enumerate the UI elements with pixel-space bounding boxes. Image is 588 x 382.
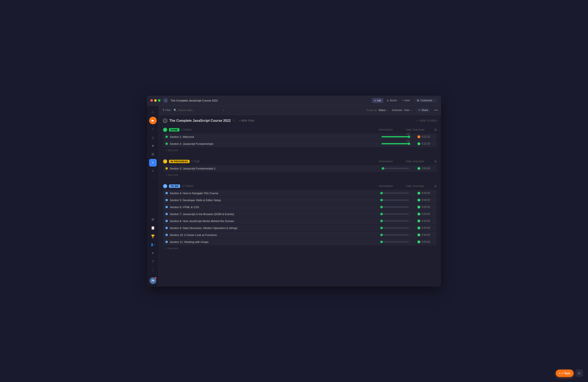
section-header-done: ✓ DONE 2 TASKS PROGRESS TIME TRACKED ⊕ bbox=[163, 126, 437, 133]
progress-fill bbox=[381, 143, 409, 144]
section-toggle-done[interactable]: ✓ bbox=[163, 128, 167, 132]
search-icon: 🔍 bbox=[174, 109, 177, 112]
task-row[interactable]: Section 11: Working with Arrays ◷ 0:00:0… bbox=[163, 239, 437, 245]
hide-closed-button[interactable]: ✓ HIDE CLOSED bbox=[417, 119, 437, 122]
task-time: ◷ 0:00:00 bbox=[417, 240, 434, 243]
share-button[interactable]: ↗ Share bbox=[416, 108, 431, 113]
section-add-button-todo[interactable]: ⊕ bbox=[434, 184, 437, 188]
chevron-down-icon: ▾ bbox=[411, 109, 412, 112]
sidebar-item-doc[interactable]: 📋 bbox=[149, 224, 157, 232]
sidebar-item-search[interactable]: ○ bbox=[149, 125, 157, 133]
progress-dot bbox=[380, 234, 383, 236]
filter-button[interactable]: ⚗ Filter bbox=[162, 109, 171, 112]
task-progress bbox=[381, 241, 409, 243]
project-title: The Complete JavaScript Course 2022 bbox=[169, 119, 231, 123]
app-window: ✦ The Complete JavaScript Course 2022 ≡ … bbox=[147, 96, 441, 287]
minimize-button[interactable] bbox=[154, 99, 157, 102]
sidebar-item-bell[interactable]: △ bbox=[149, 134, 157, 141]
sidebar-item-help[interactable]: ? bbox=[149, 258, 157, 266]
task-time: ◷ 0:00:00 bbox=[417, 167, 434, 170]
close-button[interactable] bbox=[150, 99, 153, 102]
progress-dot bbox=[380, 192, 383, 194]
task-row[interactable]: Section 6: HTML & CSS ◷ 0:00:00 bbox=[163, 204, 437, 210]
task-row[interactable]: Section 5: Developer Skills & Editor Set… bbox=[163, 197, 437, 203]
chevron-down-icon: ▾ bbox=[387, 109, 388, 112]
task-row[interactable]: Section 4: How to Navigate This Course ◷… bbox=[163, 190, 437, 197]
task-row[interactable]: Section 3: Javascript Fundamentals 2 ◷ 0… bbox=[163, 165, 437, 172]
section-done: ✓ DONE 2 TASKS PROGRESS TIME TRACKED ⊕ S… bbox=[163, 126, 437, 153]
customize-button[interactable]: ⊞ Customize ▾ bbox=[414, 98, 438, 103]
task-indicator bbox=[166, 227, 168, 229]
progress-dot bbox=[380, 213, 383, 215]
task-row[interactable]: Section 1: Welcome 100 ◷ 0:15:22 bbox=[163, 134, 437, 140]
todo-tasks: Section 4: How to Navigate This Course ◷… bbox=[163, 190, 437, 245]
task-indicator bbox=[166, 213, 168, 215]
add-view-button[interactable]: + View bbox=[400, 98, 412, 103]
sidebar-item-dashboard[interactable]: ⊞ bbox=[149, 216, 157, 223]
maximize-button[interactable] bbox=[158, 99, 161, 102]
new-task-row-in-progress[interactable]: + New task bbox=[163, 172, 437, 178]
task-indicator bbox=[166, 136, 168, 138]
subtasks-selector[interactable]: Subtasks: Hide ▾ bbox=[392, 109, 412, 112]
search-bar[interactable]: 🔍 Search tasks... ▾ bbox=[174, 109, 224, 112]
toolbar: ⚗ Filter 🔍 Search tasks... ▾ Group by: S… bbox=[159, 106, 441, 115]
project-header: ◎ The Complete JavaScript Course 2022 ⓘ … bbox=[163, 118, 437, 123]
task-indicator bbox=[166, 241, 168, 243]
progress-bar bbox=[381, 136, 409, 137]
section-toggle-todo[interactable]: ▾ bbox=[163, 184, 167, 188]
sliders-icon: ⊞ bbox=[417, 99, 419, 102]
fab-task-button[interactable]: + + Task bbox=[556, 370, 574, 377]
chevron-down-icon: ▾ bbox=[223, 109, 224, 112]
window-title: The Complete JavaScript Course 2022 bbox=[171, 99, 369, 102]
share-icon: ↗ bbox=[418, 109, 420, 112]
new-task-row-todo[interactable]: + New task bbox=[163, 246, 437, 251]
task-progress: 100 bbox=[381, 143, 409, 144]
task-progress bbox=[381, 192, 409, 194]
progress-dot bbox=[380, 220, 383, 222]
section-header-todo: ▾ TO DO 17 TASKS PROGRESS TIME TRACKED ⊕ bbox=[163, 183, 437, 190]
task-progress bbox=[381, 168, 409, 169]
clock-icon: ◷ bbox=[417, 233, 420, 236]
avatar[interactable]: JM bbox=[149, 277, 156, 284]
fab-grid-button[interactable]: ⊞ bbox=[575, 369, 583, 377]
progress-bar bbox=[381, 241, 409, 243]
task-row[interactable]: Section 8: How JavaScript Works Behind t… bbox=[163, 218, 437, 224]
list-icon: ≡ bbox=[374, 99, 376, 102]
tab-list[interactable]: ≡ List bbox=[372, 98, 383, 103]
section-toggle-in-progress[interactable]: ▾ bbox=[163, 159, 167, 164]
progress-dot bbox=[380, 206, 383, 208]
clock-icon: ◷ bbox=[417, 220, 420, 223]
task-progress bbox=[381, 227, 409, 228]
section-add-button-done[interactable]: ⊕ bbox=[434, 128, 437, 132]
sidebar-item-home[interactable]: ⌂ bbox=[149, 108, 157, 116]
task-row[interactable]: Section 7: Javascript in the Browser (DO… bbox=[163, 211, 437, 217]
info-icon[interactable]: ⓘ bbox=[233, 119, 235, 122]
more-button[interactable]: ••• bbox=[434, 108, 438, 112]
project-area: ◎ The Complete JavaScript Course 2022 ⓘ … bbox=[159, 115, 441, 287]
sidebar-item-plus[interactable]: + bbox=[149, 167, 157, 175]
sidebar-item-nav[interactable]: ▶ bbox=[149, 117, 157, 124]
sidebar-item-user-add[interactable]: 👤+ bbox=[149, 241, 157, 249]
sidebar-divider bbox=[149, 178, 156, 178]
sidebar-item-more[interactable]: ⋮ bbox=[149, 266, 157, 274]
task-progress bbox=[381, 220, 409, 222]
sidebar-item-trophy[interactable]: 🏆 bbox=[149, 233, 157, 240]
sidebar-item-star[interactable]: ★ bbox=[149, 142, 157, 150]
sidebar-item-sparkle[interactable]: ✦ bbox=[149, 249, 157, 257]
task-row[interactable]: Section 10: A Closer Look at Functions ◷… bbox=[163, 232, 437, 238]
sidebar-item-info[interactable]: i bbox=[149, 159, 157, 166]
sidebar-item-grid[interactable]: ⊞ bbox=[149, 151, 157, 158]
task-row[interactable]: Section 2: Javascript Fundamentals 100 ◷… bbox=[163, 140, 437, 147]
new-task-button[interactable]: + NEW TASK bbox=[237, 118, 256, 123]
section-add-button-in-progress[interactable]: ⊕ bbox=[434, 159, 437, 163]
tab-board[interactable]: ⊟ Board bbox=[384, 98, 399, 103]
clock-icon: ◷ bbox=[417, 226, 420, 229]
clock-icon: ◷ bbox=[417, 135, 420, 138]
group-by-selector[interactable]: Group by: Status ▾ bbox=[366, 109, 388, 112]
section-columns-todo: PROGRESS TIME TRACKED bbox=[379, 185, 431, 187]
new-task-row-done[interactable]: + New task bbox=[163, 148, 437, 153]
task-time: ◷ 0:00:00 bbox=[417, 213, 434, 216]
toolbar-right: Group by: Status ▾ Subtasks: Hide ▾ ↗ Sh… bbox=[366, 108, 438, 113]
clock-icon: ◷ bbox=[417, 192, 420, 195]
task-row[interactable]: Section 9: Data Structures, Modern Opera… bbox=[163, 225, 437, 231]
